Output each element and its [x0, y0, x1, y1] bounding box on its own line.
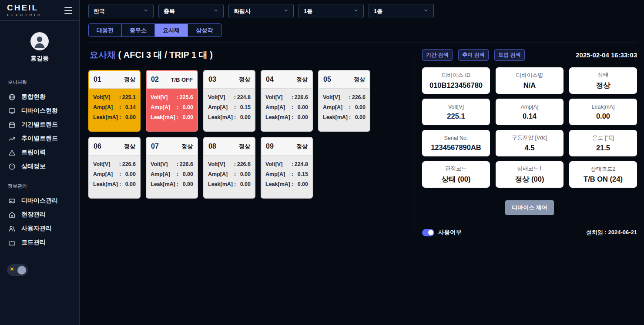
device-card-header: 06 정상	[89, 138, 140, 156]
building-select-value: 1동	[304, 7, 312, 15]
app-root: CHEIL ELECTRIC 홍길동 모니터링 통합현황	[0, 0, 644, 325]
device-card[interactable]: 08 정상 Volt[V] : 226.6 Amp[A]	[203, 137, 255, 199]
device-card-header: 01 정상	[89, 71, 140, 89]
volt-row: Volt[V] : 226.6	[151, 161, 193, 167]
volt-row: Volt[V] : 225.6	[151, 94, 193, 100]
volt-row: Volt[V] : 226.6	[323, 94, 366, 100]
building-select[interactable]: 1동	[299, 4, 364, 18]
amp-value: 0.00	[180, 171, 193, 177]
colon: :	[118, 104, 122, 110]
device-id: 06	[94, 143, 101, 150]
device-card-header: 08 정상	[204, 138, 255, 156]
detail-box-label: 구동전압 [Vdc]	[512, 134, 547, 142]
colon: :	[290, 171, 295, 177]
amp-value: 0.00	[180, 104, 193, 110]
colon: :	[233, 104, 237, 110]
volt-value: 226.6	[122, 161, 136, 167]
sidebar-item-status-info[interactable]: 상태정보	[8, 159, 71, 173]
colon: :	[175, 171, 180, 177]
leak-value: 0.00	[237, 181, 251, 187]
device-card[interactable]: 01 정상 Volt[V] : 225.1 Amp[A]	[88, 70, 141, 132]
device-detail-panel: 기간 검색 추이 검색 트립 검색 2025-02-04 16:33:03 디바…	[415, 49, 637, 239]
amp-row: Amp[A] : 0.00	[93, 171, 136, 177]
sidebar-item-label: 추이별트렌드	[21, 135, 58, 143]
amp-value: 0.00	[352, 104, 366, 110]
leak-value: 0.00	[295, 181, 308, 187]
colon: :	[290, 94, 295, 100]
amp-row: Amp[A] : 0.00	[265, 104, 308, 110]
tab-daeungjeon[interactable]: 대웅전	[89, 24, 122, 36]
sidebar-item-integrated-status[interactable]: 통합현황	[8, 90, 71, 104]
tab-yosachae[interactable]: 요사채	[155, 24, 188, 36]
sidebar-item-code-mgmt[interactable]: 코드관리	[8, 235, 71, 249]
detail-box-label: 상태코드1	[517, 165, 542, 172]
device-card-body: Volt[V] : 224.8 Amp[A] : 0.15	[262, 156, 312, 193]
amp-row: Amp[A] : 0.15	[208, 104, 251, 110]
colon: :	[233, 114, 237, 120]
calendar-icon	[8, 121, 16, 129]
device-card[interactable]: 06 정상 Volt[V] : 226.6 Amp[A]	[88, 137, 141, 199]
device-card[interactable]: 09 정상 Volt[V] : 224.8 Amp[A]	[261, 137, 313, 199]
detail-box-label: 상태	[598, 71, 609, 79]
colon: :	[175, 104, 180, 110]
device-control-button[interactable]: 디바이스 제어	[505, 200, 554, 215]
detail-box-value: T/B ON (24)	[584, 175, 623, 183]
device-card[interactable]: 02 T/B OFF Volt[V] : 225.6 Amp[	[146, 70, 198, 132]
usage-toggle[interactable]	[422, 229, 434, 236]
sidebar-item-trip-history[interactable]: 트립이력	[8, 146, 71, 159]
device-card[interactable]: 05 정상 Volt[V] : 226.6 Amp[A]	[318, 70, 370, 132]
sidebar-item-period-trend[interactable]: 기간별트렌드	[8, 118, 71, 132]
detail-box-value: 정상 (00)	[515, 175, 544, 184]
country-select[interactable]: 한국	[88, 4, 154, 18]
leak-label: Leak[mA]	[208, 181, 233, 187]
trip-search-button[interactable]: 트립 검색	[494, 49, 525, 61]
province-select[interactable]: 충북	[158, 4, 224, 18]
device-card[interactable]: 03 정상 Volt[V] : 224.8 Amp[A]	[203, 70, 255, 132]
device-icon	[8, 197, 16, 205]
amp-label: Amp[A]	[93, 171, 118, 177]
chevron-down-icon	[213, 8, 218, 14]
sidebar-item-label: 기간별트렌드	[21, 121, 58, 129]
sidebar-header: CHEIL ELECTRIC	[0, 0, 79, 21]
floor-select[interactable]: 1층	[369, 4, 434, 18]
sidebar: CHEIL ELECTRIC 홍길동 모니터링 통합현황	[0, 0, 80, 325]
detail-box: 구동전압 [Vdc] 4.5	[496, 130, 564, 156]
sidebar-item-site-mgmt[interactable]: 현장관리	[8, 208, 71, 222]
folder-icon	[8, 239, 16, 246]
usage-label: 사용여부	[438, 229, 462, 236]
chevron-down-icon	[283, 8, 288, 14]
monitor-icon	[8, 107, 16, 115]
detail-box-value: 0.14	[523, 112, 537, 120]
device-card[interactable]: 04 정상 Volt[V] : 226.6 Amp[A]	[261, 70, 313, 132]
period-search-button[interactable]: 기간 검색	[422, 49, 453, 61]
detail-box: 상태코드2 T/B ON (24)	[569, 161, 637, 188]
leak-value: 0.00	[180, 114, 193, 120]
sidebar-item-label: 디바이스현황	[21, 107, 58, 115]
volt-label: Volt[V]	[265, 94, 290, 100]
volt-value: 226.6	[180, 161, 193, 167]
detail-box: Serial No. 1234567890AB	[422, 130, 490, 156]
amp-label: Amp[A]	[93, 104, 118, 110]
sidebar-item-user-mgmt[interactable]: 사용자관리	[8, 222, 71, 235]
sidebar-item-device-mgmt[interactable]: 디바이스관리	[8, 194, 71, 208]
detail-box-value: 010B123456780	[429, 81, 483, 90]
device-id: 08	[208, 143, 216, 150]
detail-box-label: 디바이스 ID	[442, 72, 470, 79]
volt-label: Volt[V]	[151, 94, 175, 100]
colon: :	[118, 114, 122, 120]
device-card-header: 04 정상	[262, 71, 312, 89]
sidebar-item-trend[interactable]: 추이별트렌드	[8, 132, 71, 146]
tab-jongmuso[interactable]: 종무소	[122, 24, 155, 36]
page-title-suffix: ( AFCI 3 대 / TRIP 1 대 )	[116, 50, 213, 60]
leak-label: Leak[mA]	[208, 114, 233, 120]
site-select[interactable]: 화림사	[228, 4, 294, 18]
device-card[interactable]: 07 정상 Volt[V] : 226.6 Amp[A]	[146, 137, 198, 199]
amp-row: Amp[A] : 0.00	[151, 171, 193, 177]
device-card-body: Volt[V] : 224.8 Amp[A] : 0.15	[204, 89, 255, 126]
tab-samseonggak[interactable]: 삼성각	[188, 24, 221, 36]
theme-toggle[interactable]	[7, 264, 28, 276]
trend-search-button[interactable]: 추이 검색	[458, 49, 489, 61]
leak-row: Leak[mA] : 0.00	[151, 181, 193, 187]
sidebar-item-device-status[interactable]: 디바이스현황	[8, 104, 71, 118]
menu-hamburger-icon[interactable]	[64, 7, 73, 14]
